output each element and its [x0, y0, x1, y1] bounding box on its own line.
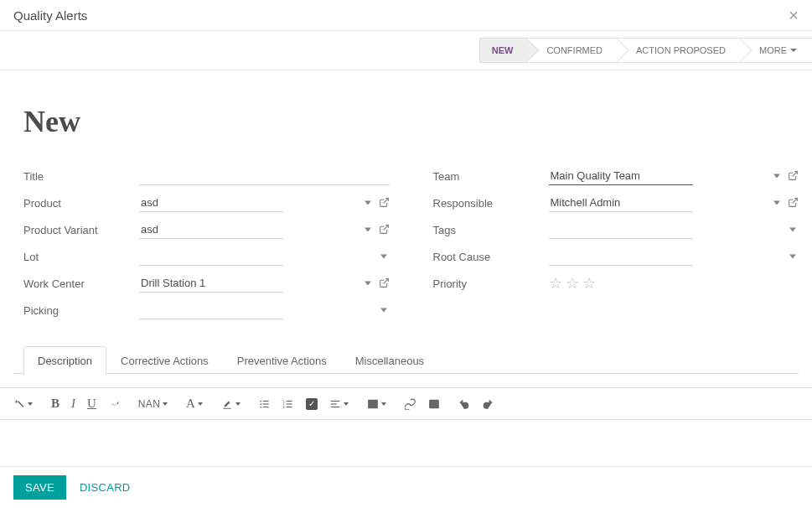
responsible-input[interactable]	[549, 194, 693, 212]
field-team-row: Team	[423, 164, 799, 188]
svg-point-5	[260, 400, 261, 402]
star-icon[interactable]: ☆	[582, 274, 596, 293]
external-link-icon[interactable]	[788, 197, 799, 210]
svg-point-9	[260, 406, 261, 407]
italic-button[interactable]: I	[71, 397, 75, 411]
star-icon[interactable]: ☆	[566, 274, 579, 293]
dialog-footer: SAVE DISCARD	[0, 466, 812, 508]
svg-rect-19	[331, 406, 340, 407]
status-step-new[interactable]: NEW	[479, 38, 529, 63]
dialog-body: NEW CONFIRMED ACTION PROPOSED MORE New T…	[0, 31, 812, 466]
numbered-list-icon[interactable]: 123	[282, 398, 294, 410]
save-button[interactable]: SAVE	[13, 475, 66, 500]
field-product-variant-row: Product Variant	[13, 218, 390, 241]
team-input[interactable]	[549, 167, 693, 185]
field-product-row: Product	[13, 191, 390, 215]
chevron-down-icon[interactable]	[773, 201, 780, 205]
description-editor[interactable]	[0, 420, 812, 466]
field-label: Priority	[423, 277, 549, 290]
dialog-header: Quality Alerts ×	[0, 0, 812, 31]
chevron-down-icon[interactable]	[380, 255, 387, 259]
field-label: Responsible	[423, 197, 549, 210]
product-variant-input[interactable]	[139, 220, 283, 239]
svg-point-7	[260, 403, 261, 405]
highlight-icon[interactable]	[221, 398, 240, 410]
chevron-down-icon	[790, 49, 797, 52]
field-label: Root Cause	[423, 251, 549, 263]
align-icon[interactable]	[329, 398, 349, 410]
chevron-down-icon[interactable]	[789, 228, 796, 232]
chevron-down-icon[interactable]	[365, 282, 371, 286]
font-color-select[interactable]: A	[186, 397, 203, 411]
redo-icon[interactable]	[482, 398, 494, 410]
svg-rect-17	[331, 400, 340, 401]
field-label: Picking	[13, 304, 139, 317]
svg-line-3	[792, 171, 797, 176]
link-icon[interactable]	[405, 398, 416, 410]
tab-preventive-actions[interactable]: Preventive Actions	[223, 346, 341, 375]
root-cause-input[interactable]	[549, 247, 693, 266]
lot-input[interactable]	[139, 247, 283, 266]
field-label: Work Center	[13, 277, 139, 290]
magic-wand-icon[interactable]	[13, 398, 33, 410]
external-link-icon[interactable]	[379, 224, 390, 236]
bold-button[interactable]: B	[51, 397, 59, 411]
svg-point-25	[432, 402, 433, 403]
svg-rect-8	[263, 403, 269, 404]
field-label: Title	[13, 170, 139, 183]
underline-button[interactable]: U	[87, 397, 96, 411]
chevron-down-icon[interactable]	[789, 255, 796, 259]
field-work-center-row: Work Center	[13, 272, 390, 295]
field-tags-row: Tags	[423, 218, 799, 241]
checklist-icon[interactable]: ✓	[306, 398, 318, 410]
status-step-action-proposed[interactable]: ACTION PROPOSED	[618, 38, 741, 63]
table-icon[interactable]	[367, 398, 386, 410]
close-icon[interactable]: ×	[789, 7, 799, 23]
svg-line-4	[792, 198, 797, 203]
external-link-icon[interactable]	[788, 170, 799, 183]
svg-text:3: 3	[283, 405, 285, 408]
picking-input[interactable]	[139, 301, 283, 319]
field-root-cause-row: Root Cause	[423, 245, 799, 268]
tags-input[interactable]	[549, 220, 693, 239]
field-responsible-row: Responsible	[423, 191, 799, 215]
priority-stars: ☆ ☆ ☆	[549, 274, 596, 293]
chevron-down-icon[interactable]	[365, 201, 371, 205]
chevron-down-icon[interactable]	[380, 308, 387, 313]
svg-rect-14	[287, 403, 292, 404]
editor-toolbar: B I U NAN A	[0, 387, 812, 420]
svg-rect-10	[263, 406, 269, 407]
statusbar-row: NEW CONFIRMED ACTION PROPOSED MORE	[0, 31, 812, 70]
bullet-list-icon[interactable]	[259, 398, 271, 410]
form-sheet: New Title Product	[0, 70, 812, 387]
field-label: Lot	[13, 251, 139, 263]
product-input[interactable]	[139, 194, 283, 212]
undo-icon[interactable]	[458, 398, 470, 410]
chevron-down-icon	[235, 402, 240, 406]
tab-corrective-actions[interactable]: Corrective Actions	[106, 346, 223, 375]
discard-button[interactable]: DISCARD	[80, 481, 131, 494]
status-step-confirmed[interactable]: CONFIRMED	[528, 38, 618, 63]
field-label: Product Variant	[13, 224, 139, 236]
svg-rect-12	[287, 400, 292, 401]
external-link-icon[interactable]	[379, 277, 390, 290]
page-title: New	[23, 104, 799, 139]
field-title-row: Title	[13, 164, 390, 188]
title-input[interactable]	[139, 167, 390, 185]
svg-rect-6	[263, 400, 269, 401]
star-icon[interactable]: ☆	[549, 274, 562, 293]
work-center-input[interactable]	[139, 274, 283, 293]
chevron-down-icon	[28, 402, 33, 406]
external-link-icon[interactable]	[379, 197, 390, 210]
clear-format-icon[interactable]	[108, 398, 120, 410]
tab-miscellaneous[interactable]: Miscellaneous	[341, 346, 438, 375]
field-label: Product	[13, 197, 139, 210]
chevron-down-icon[interactable]	[365, 228, 371, 232]
tab-description[interactable]: Description	[23, 346, 106, 375]
font-size-select[interactable]: NAN	[138, 398, 168, 410]
svg-rect-16	[287, 406, 292, 407]
svg-line-2	[383, 278, 388, 283]
chevron-down-icon[interactable]	[773, 174, 780, 179]
tabs-container: Description Corrective Actions Preventiv…	[13, 345, 799, 374]
image-icon[interactable]	[428, 398, 440, 410]
